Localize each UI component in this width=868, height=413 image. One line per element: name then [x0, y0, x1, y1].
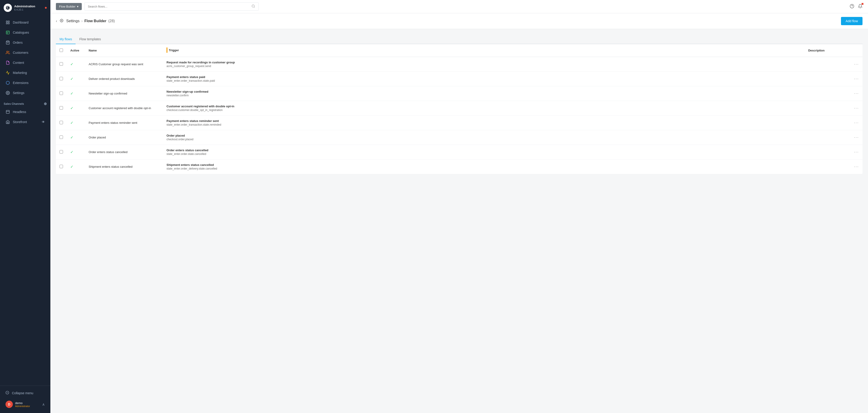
storefront-visibility-icon: 👁 — [42, 120, 45, 124]
row-name-3: Customer account registered with double … — [85, 101, 163, 115]
row-desc-5 — [805, 130, 850, 145]
settings-button[interactable] — [60, 19, 63, 23]
breadcrumb-current: Flow Builder (28) — [84, 19, 115, 23]
extensions-icon — [5, 80, 10, 85]
content-label: Content — [13, 61, 24, 65]
row-checkbox-cell — [56, 130, 67, 145]
sales-channels-label: Sales Channels — [4, 102, 24, 105]
collapse-icon — [5, 391, 9, 395]
collapse-menu-btn[interactable]: Collapse menu — [2, 388, 49, 398]
sidebar-item-content[interactable]: Content — [2, 58, 49, 68]
active-check-icon: ✓ — [70, 135, 73, 139]
row-active-4: ✓ — [67, 115, 85, 130]
row-checkbox-7[interactable] — [60, 165, 63, 168]
row-active-7: ✓ — [67, 160, 85, 174]
sidebar-footer: Collapse menu D demo Administrator ∧ — [0, 385, 51, 413]
row-more-button-4[interactable]: ··· — [854, 121, 859, 125]
add-channel-icon[interactable]: ⊕ — [44, 102, 47, 106]
row-checkbox-4[interactable] — [60, 121, 63, 124]
page-header: ‹ Settings › Flow Builder (28) Add flow — [51, 13, 868, 29]
row-checkbox-cell — [56, 115, 67, 130]
sidebar-header: Administration 6.4.20.1 — [0, 0, 51, 15]
table-header: Active Name Trigger Description — [56, 44, 863, 57]
help-icon[interactable] — [850, 4, 854, 9]
row-checkbox-2[interactable] — [60, 92, 63, 95]
user-name: demo — [15, 401, 30, 405]
active-check-icon: ✓ — [70, 77, 73, 81]
row-name-5: Order placed — [85, 130, 163, 145]
trigger-code-4: state_enter.order_transaction.state.remi… — [166, 123, 801, 126]
search-bar — [85, 2, 258, 11]
storefront-icon — [5, 120, 10, 124]
sales-channels-section: Sales Channels ⊕ — [0, 98, 51, 107]
sidebar-item-marketing[interactable]: Marketing — [2, 68, 49, 78]
svg-rect-2 — [6, 23, 7, 24]
svg-point-6 — [7, 51, 8, 53]
flow-builder-label: Flow Builder — [59, 5, 75, 8]
catalogue-icon — [5, 30, 10, 35]
row-name-2: Newsletter sign-up confirmed — [85, 86, 163, 101]
tab-my-flows[interactable]: My flows — [56, 35, 75, 44]
catalogues-label: Catalogues — [13, 31, 29, 34]
back-button[interactable]: ‹ — [56, 19, 57, 23]
svg-rect-1 — [8, 21, 9, 22]
sidebar-item-catalogues[interactable]: Catalogues — [2, 28, 49, 37]
active-header: Active — [67, 44, 85, 57]
customers-label: Customers — [13, 51, 28, 55]
row-active-6: ✓ — [67, 145, 85, 160]
storefront-label: Storefront — [13, 120, 27, 124]
select-all-checkbox[interactable] — [60, 48, 63, 52]
row-name-0: ACRIS Customer group request was sent — [85, 57, 163, 72]
trigger-code-6: state_enter.order.state.cancelled — [166, 152, 801, 156]
sidebar-item-headless[interactable]: Headless — [2, 107, 49, 117]
sidebar-item-customers[interactable]: Customers — [2, 47, 49, 58]
row-checkbox-3[interactable] — [60, 106, 63, 110]
app-version: 6.4.20.1 — [14, 8, 35, 11]
row-more-button-0[interactable]: ··· — [854, 62, 859, 66]
content-area: My flows Flow templates Active Name — [51, 29, 868, 413]
row-more-button-3[interactable]: ··· — [854, 106, 859, 110]
svg-point-13 — [61, 20, 62, 21]
tab-flow-templates[interactable]: Flow templates — [75, 35, 104, 44]
row-trigger-1: Payment enters status paid state_enter.o… — [163, 72, 805, 86]
row-more-button-1[interactable]: ··· — [854, 76, 859, 81]
active-check-icon: ✓ — [70, 106, 73, 110]
row-desc-2 — [805, 86, 850, 101]
row-checkbox-0[interactable] — [60, 62, 63, 66]
row-name-7: Shipment enters status cancelled — [85, 160, 163, 174]
sidebar-item-orders[interactable]: Orders — [2, 37, 49, 47]
row-desc-0 — [805, 57, 850, 72]
row-more-button-6[interactable]: ··· — [854, 150, 859, 154]
row-more-button-5[interactable]: ··· — [854, 135, 859, 140]
extensions-label: Extensions — [13, 81, 28, 85]
bell-icon[interactable] — [858, 4, 863, 9]
row-active-1: ✓ — [67, 72, 85, 86]
row-more-button-2[interactable]: ··· — [854, 91, 859, 96]
row-checkbox-1[interactable] — [60, 77, 63, 80]
add-flow-button[interactable]: Add flow — [841, 17, 863, 25]
sidebar-item-extensions[interactable]: Extensions — [2, 78, 49, 88]
row-checkbox-6[interactable] — [60, 150, 63, 153]
trigger-title-1: Payment enters status paid — [166, 75, 801, 79]
row-name-4: Payment enters status reminder sent — [85, 115, 163, 130]
user-info[interactable]: D demo Administrator ∧ — [2, 398, 49, 410]
collapse-label: Collapse menu — [12, 391, 33, 395]
svg-rect-0 — [6, 21, 7, 22]
sidebar-item-settings[interactable]: Settings — [2, 88, 49, 98]
sidebar-item-storefront[interactable]: Storefront 👁 — [2, 117, 49, 127]
row-checkbox-5[interactable] — [60, 135, 63, 139]
flow-count: (28) — [108, 19, 115, 23]
trigger-code-5: checkout.order.placed — [166, 138, 801, 141]
page-header-left: ‹ Settings › Flow Builder (28) — [56, 19, 115, 23]
trigger-sort-indicator — [166, 47, 167, 53]
flow-builder-dropdown-btn[interactable]: Flow Builder ▾ — [56, 3, 82, 10]
svg-point-7 — [7, 93, 8, 94]
breadcrumb-separator: › — [81, 19, 83, 23]
trigger-title-7: Shipment enters status cancelled — [166, 163, 801, 167]
actions-header — [850, 44, 863, 57]
row-more-button-7[interactable]: ··· — [854, 164, 859, 169]
search-icon — [251, 4, 255, 9]
sidebar-item-dashboard[interactable]: Dashboard — [2, 18, 49, 28]
trigger-code-0: acris_customer_group_request.send — [166, 65, 801, 68]
search-input[interactable] — [88, 5, 250, 8]
